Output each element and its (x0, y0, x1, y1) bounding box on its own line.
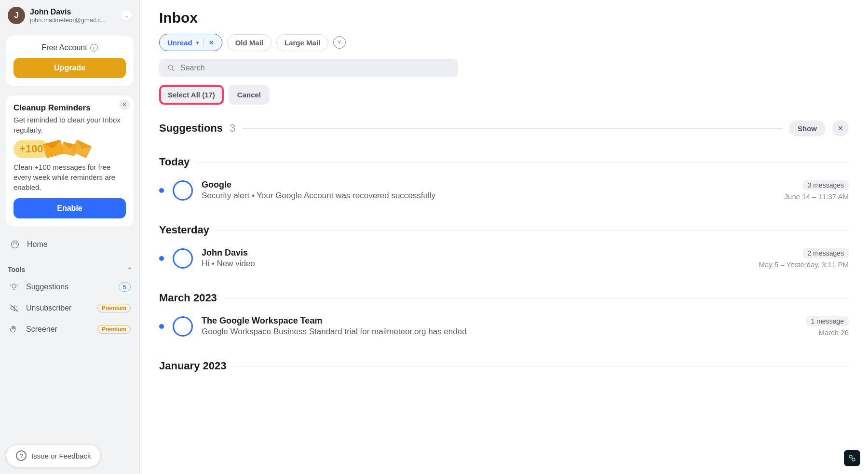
selection-row: Select All (17) Cancel (159, 85, 849, 105)
section-label: March 2023 (159, 292, 217, 304)
reminder-subtitle: Get reminded to clean your Inbox regular… (14, 115, 126, 135)
message-row[interactable]: The Google Workspace Team Google Workspa… (159, 307, 849, 345)
account-switcher[interactable]: J John Davis john.mailmeteor@gmail.c… ⌄ (6, 5, 134, 26)
sidebar-item-home[interactable]: Home (6, 235, 134, 254)
account-tier-label: Free Account (41, 43, 87, 52)
select-checkbox[interactable] (173, 180, 193, 201)
select-checkbox[interactable] (173, 316, 193, 337)
divider (242, 128, 782, 129)
svg-point-2 (168, 65, 173, 69)
svg-point-3 (849, 455, 852, 458)
megaphone-off-icon (9, 303, 19, 313)
message-time: March 26 (818, 328, 849, 337)
cancel-button[interactable]: Cancel (229, 85, 270, 105)
message-row[interactable]: John Davis Hi • New video 2 messages May… (159, 239, 849, 277)
chevron-up-icon: ⌃ (127, 267, 132, 273)
filter-chip-unread[interactable]: Unread ▾ ✕ (159, 34, 222, 51)
sidebar-item-label: Home (27, 240, 48, 249)
chevron-down-icon[interactable]: ⌄ (121, 10, 132, 21)
sidebar-item-suggestions[interactable]: Suggestions 5 (6, 276, 134, 298)
message-sender: The Google Workspace Team (202, 316, 467, 326)
sidebar-item-screener[interactable]: Screener Premium (6, 319, 134, 340)
message-text: Google Security alert • Your Google Acco… (202, 180, 435, 201)
section-january: January 2023 (159, 360, 849, 372)
close-icon[interactable]: ✕ (119, 99, 130, 110)
search-field[interactable] (159, 59, 458, 77)
message-meta: 2 messages May 5 – Yesterday, 3:11 PM (759, 248, 849, 269)
avatar: J (8, 7, 25, 24)
chevron-down-icon[interactable]: ▾ (196, 40, 199, 45)
message-preview: Google Workspace Business Standard trial… (202, 327, 467, 337)
reminder-description: Clean +100 messages for free every week … (14, 162, 126, 192)
divider (203, 38, 204, 47)
filter-label: Old Mail (235, 39, 263, 47)
upgrade-button[interactable]: Upgrade (14, 58, 126, 78)
message-count: 1 message (806, 316, 849, 326)
feedback-label: Issue or Feedback (31, 452, 91, 460)
link-icon (848, 454, 856, 462)
premium-badge: Premium (97, 304, 131, 312)
sidebar-item-unsubscriber[interactable]: Unsubscriber Premium (6, 298, 134, 319)
section-label: January 2023 (159, 360, 226, 372)
suggestions-count-badge: 5 (119, 282, 131, 292)
tools-section-header[interactable]: Tools ⌃ (6, 263, 134, 276)
search-icon (167, 64, 176, 72)
message-text: John Davis Hi • New video (202, 248, 255, 269)
enable-button[interactable]: Enable (14, 198, 126, 218)
filter-chip-large-mail[interactable]: Large Mail (276, 34, 328, 51)
page-title: Inbox (159, 10, 849, 26)
message-sender: John Davis (202, 248, 255, 258)
account-tier-line: Free Account i (14, 43, 126, 52)
message-meta: 1 message March 26 (806, 316, 849, 337)
message-time: May 5 – Yesterday, 3:11 PM (759, 260, 849, 269)
lightbulb-icon (9, 282, 19, 292)
feedback-button[interactable]: ? Issue or Feedback (6, 444, 101, 467)
filter-row: Unread ▾ ✕ Old Mail Large Mail (159, 34, 849, 51)
message-count: 3 messages (803, 180, 849, 190)
message-preview: Security alert • Your Google Account was… (202, 191, 435, 201)
premium-badge: Premium (97, 325, 131, 334)
section-count: 3 (230, 122, 235, 135)
filter-chip-old-mail[interactable]: Old Mail (227, 34, 271, 51)
section-suggestions: Suggestions 3 Show ✕ (159, 120, 849, 136)
account-text: John Davis john.mailmeteor@gmail.c… (30, 8, 116, 24)
hand-icon (9, 325, 19, 334)
account-tier-card: Free Account i Upgrade (6, 36, 134, 86)
message-meta: 3 messages June 14 – 11:37 AM (785, 180, 849, 201)
info-icon[interactable]: i (90, 44, 98, 52)
sidebar-item-label: Screener (26, 325, 57, 334)
svg-point-1 (12, 284, 16, 288)
reminder-title: Cleanup Reminders (14, 103, 126, 113)
unread-dot-icon (159, 188, 164, 193)
select-checkbox[interactable] (173, 248, 193, 269)
floating-action-button[interactable] (844, 450, 860, 466)
clear-filter-icon[interactable]: ✕ (209, 39, 214, 46)
section-march: March 2023 (159, 292, 849, 304)
divider (216, 230, 849, 230)
filter-label: Unread (167, 39, 192, 47)
section-today: Today (159, 156, 849, 168)
section-label: Yesterday (159, 224, 209, 236)
account-name: John Davis (30, 8, 116, 16)
svg-point-4 (852, 458, 855, 461)
unread-dot-icon (159, 324, 164, 329)
home-icon (10, 240, 20, 249)
sidebar-item-label: Unsubscriber (26, 304, 71, 312)
show-button[interactable]: Show (789, 121, 826, 136)
search-input[interactable] (180, 64, 450, 72)
message-sender: Google (202, 180, 435, 190)
sidebar-item-label: Suggestions (26, 283, 68, 291)
dismiss-suggestions-icon[interactable]: ✕ (832, 120, 849, 136)
filter-options-icon[interactable] (333, 36, 346, 49)
select-all-button[interactable]: Select All (17) (159, 85, 224, 105)
main-content: Inbox Unread ▾ ✕ Old Mail Large Mail Sel… (140, 0, 868, 474)
section-yesterday: Yesterday (159, 224, 849, 236)
message-preview: Hi • New video (202, 259, 255, 269)
filter-label: Large Mail (285, 39, 320, 47)
tools-label: Tools (8, 266, 25, 273)
section-label: Today (159, 156, 190, 168)
sidebar: J John Davis john.mailmeteor@gmail.c… ⌄ … (0, 0, 140, 474)
message-count: 2 messages (803, 248, 849, 258)
message-row[interactable]: Google Security alert • Your Google Acco… (159, 171, 849, 209)
cleanup-reminders-card: ✕ Cleanup Reminders Get reminded to clea… (6, 95, 134, 226)
